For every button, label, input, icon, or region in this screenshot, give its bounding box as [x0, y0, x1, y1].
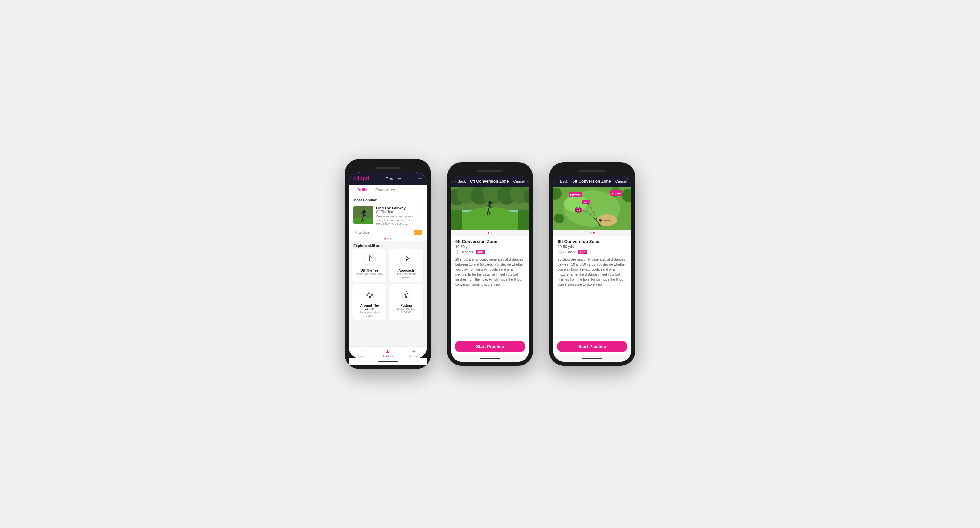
svg-rect-49 — [451, 210, 462, 230]
skill-desc-approach: Dial-in to hit the green — [392, 272, 421, 279]
detail-body-3: 6ft Conversion Zone 10-50 yds 🕐 20 shots… — [553, 236, 631, 338]
nav-capture[interactable]: ⊕ Capture — [401, 349, 427, 357]
app-header: clippd Practice ☰ — [349, 172, 427, 185]
svg-line-20 — [406, 259, 409, 260]
header-title: Practice — [386, 176, 401, 181]
putting-icon — [399, 287, 414, 302]
tabs-bar: Drills Favourites — [349, 185, 427, 195]
svg-text:FAIRWAY: FAIRWAY — [570, 194, 580, 196]
dot-detail-1[interactable] — [488, 232, 489, 234]
skill-card-atg[interactable]: Around The Green Hone your short game — [352, 284, 387, 321]
start-practice-button-2[interactable]: Start Practice — [455, 341, 525, 353]
nav-capture-label: Capture — [409, 355, 418, 357]
nav-activities-label: Activities — [382, 355, 393, 357]
skill-card-approach[interactable]: Approach Dial-in to hit the green — [389, 249, 424, 282]
dot-3[interactable] — [390, 238, 392, 240]
featured-subtitle: Off The Tee — [376, 210, 416, 214]
skill-grid: Off The Tee Power and accuracy — [349, 249, 427, 323]
detail-body-2: 6ft Conversion Zone 10-50 yds 🕐 20 shots… — [451, 236, 529, 338]
back-chevron-3: ‹ — [558, 179, 559, 183]
drill-hero-2 — [451, 187, 529, 230]
dot-detail-2[interactable] — [491, 232, 492, 234]
featured-card[interactable]: Find The Fairway Off The Tee Create an i… — [349, 203, 427, 229]
shots-count-2: 🕐 20 shots — [455, 250, 473, 254]
skill-name-ott: Off The Tee — [355, 269, 384, 272]
bottom-nav: ⌂ Home ♟ Activities ⊕ Capture — [349, 346, 427, 358]
course-map-hero: FAIRWAY ROUGH Miss Hit SAND — [553, 187, 631, 230]
tab-drills[interactable]: Drills — [353, 185, 371, 195]
shots-row-3: 🕐 20 shots ARG — [558, 250, 627, 254]
detail-dots-2 — [451, 230, 529, 236]
svg-point-51 — [488, 201, 492, 204]
svg-line-29 — [369, 295, 372, 297]
back-button-2[interactable]: ‹ Back — [455, 179, 466, 183]
svg-point-64 — [554, 214, 564, 223]
drill-desc-3: 20 shots are randomly generated at dista… — [558, 257, 627, 287]
svg-line-28 — [367, 295, 369, 297]
detail-header-3: ‹ Back 6ft Conversion Zone Cancel — [553, 175, 631, 187]
approach-icon — [399, 253, 414, 267]
back-label-3: Back — [560, 179, 568, 183]
back-chevron-2: ‹ — [455, 179, 457, 183]
skill-card-putting[interactable]: Putting Make and lag practice — [389, 284, 424, 321]
shots-row-2: 🕐 20 shots ARG — [455, 250, 525, 254]
nav-home[interactable]: ⌂ Home — [349, 349, 375, 357]
drill-title-3: 6ft Conversion Zone — [558, 239, 627, 244]
phone-3: ‹ Back 6ft Conversion Zone Cancel — [549, 163, 635, 365]
dot-2[interactable] — [387, 238, 389, 240]
menu-icon[interactable]: ☰ — [418, 176, 422, 181]
activities-icon: ♟ — [386, 349, 390, 354]
skill-desc-putting: Make and lag practice — [392, 307, 421, 314]
dot-detail-3-2[interactable] — [593, 232, 595, 234]
atg-icon — [362, 287, 377, 302]
svg-text:SAND: SAND — [603, 219, 611, 222]
nav-activities[interactable]: ♟ Activities — [375, 349, 401, 357]
scene: clippd Practice ☰ Drills Favourites Most… — [331, 146, 649, 382]
back-label-2: Back — [458, 179, 466, 183]
skill-name-approach: Approach — [392, 269, 421, 272]
svg-point-2 — [362, 210, 366, 214]
svg-line-35 — [406, 292, 408, 294]
detail-header-2: ‹ Back 6ft Conversion Zone Cancel — [451, 175, 529, 187]
skill-desc-atg: Hone your short game — [355, 311, 384, 317]
start-practice-button-3[interactable]: Start Practice — [557, 341, 627, 353]
home-icon: ⌂ — [360, 349, 363, 354]
svg-point-76 — [599, 219, 602, 222]
app-logo: clippd — [353, 175, 369, 182]
back-button-3[interactable]: ‹ Back — [558, 179, 568, 183]
dot-detail-3-1[interactable] — [590, 232, 592, 234]
featured-desc: Create an imaginary fairway using trees … — [376, 215, 416, 226]
cancel-button-2[interactable]: Cancel — [513, 179, 525, 183]
cancel-button-3[interactable]: Cancel — [616, 179, 627, 183]
explore-title: Explore skill areas — [349, 241, 427, 249]
svg-line-14 — [369, 256, 372, 258]
skill-card-ott[interactable]: Off The Tee Power and accuracy — [352, 249, 387, 282]
svg-text:ROUGH: ROUGH — [612, 192, 621, 195]
svg-point-11 — [369, 259, 370, 261]
clock-icon: 🕐 — [353, 231, 357, 234]
favourite-icon[interactable]: ☆ — [419, 206, 422, 211]
drill-desc-2: 20 shots are randomly generated at dista… — [455, 257, 525, 287]
shots-info: 🕐 10 shots — [353, 231, 369, 234]
ott-badge: OTT — [414, 230, 422, 235]
dot-1[interactable] — [384, 238, 386, 240]
svg-line-19 — [406, 257, 409, 259]
detail-title-3: 6ft Conversion Zone — [572, 179, 611, 183]
clock-icon-2: 🕐 — [455, 250, 460, 254]
detail-title-2: 6ft Conversion Zone — [470, 179, 509, 183]
nav-home-label: Home — [358, 355, 365, 357]
screen1-body: Most Popular — [349, 195, 427, 346]
skill-name-atg: Around The Green — [355, 303, 384, 311]
featured-title: Find The Fairway — [376, 206, 416, 210]
svg-rect-50 — [518, 210, 529, 230]
tab-favourites[interactable]: Favourites — [371, 185, 399, 195]
featured-content: Find The Fairway Off The Tee Create an i… — [376, 206, 416, 226]
shots-count-3: 🕐 20 shots — [558, 250, 575, 254]
carousel-dots — [349, 237, 427, 241]
clock-icon-3: 🕐 — [558, 250, 562, 254]
featured-image — [353, 206, 373, 224]
ott-icon — [362, 253, 377, 267]
svg-rect-48 — [460, 212, 520, 230]
arg-badge-3: ARG — [578, 250, 587, 254]
phone-2: ‹ Back 6ft Conversion Zone Cancel — [447, 163, 533, 365]
